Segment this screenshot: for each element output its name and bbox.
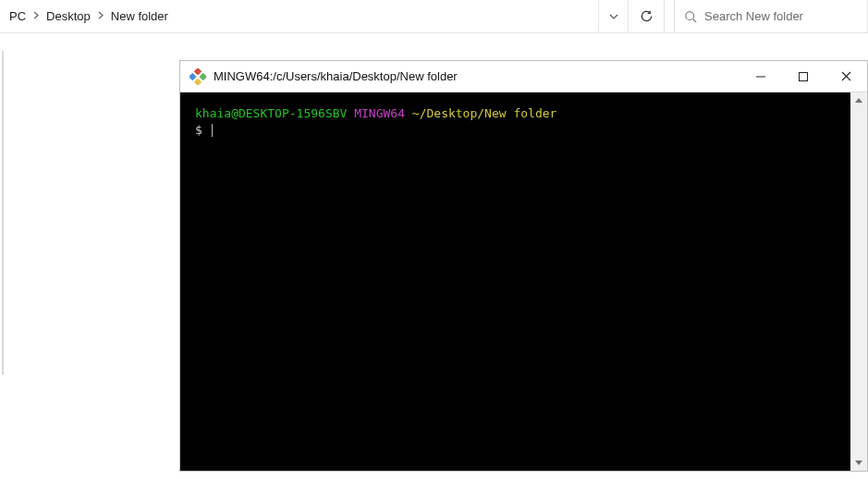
explorer-address-row: PC Desktop New folder Search New folder — [0, 0, 868, 33]
window-controls — [740, 61, 867, 92]
svg-rect-2 — [194, 68, 202, 76]
breadcrumb-item[interactable]: Desktop — [41, 0, 96, 32]
svg-line-1 — [693, 18, 697, 22]
terminal-scrollbar[interactable] — [850, 92, 867, 471]
svg-rect-3 — [199, 72, 206, 80]
minimize-icon — [756, 72, 765, 81]
breadcrumb-item[interactable]: New folder — [105, 0, 174, 32]
maximize-icon — [799, 72, 808, 81]
terminal-titlebar[interactable]: MINGW64:/c/Users/khaia/Desktop/New folde… — [180, 61, 867, 92]
terminal-title: MINGW64:/c/Users/khaia/Desktop/New folde… — [214, 69, 740, 83]
mingw-icon — [189, 68, 206, 85]
svg-rect-7 — [800, 72, 808, 80]
chevron-right-icon — [31, 11, 41, 21]
prompt-env: MINGW64 — [354, 106, 405, 120]
breadcrumb[interactable]: PC Desktop New folder — [0, 0, 598, 32]
chevron-right-icon — [96, 11, 105, 21]
refresh-button[interactable] — [628, 0, 665, 32]
terminal-cursor — [212, 124, 213, 137]
search-input[interactable]: Search New folder — [674, 0, 868, 32]
refresh-icon — [640, 9, 654, 23]
address-dropdown-button[interactable] — [598, 0, 628, 32]
maximize-button[interactable] — [782, 61, 825, 92]
terminal-window: MINGW64:/c/Users/khaia/Desktop/New folde… — [179, 60, 868, 472]
pane-divider[interactable] — [2, 51, 4, 375]
prompt-path: ~/Desktop/New folder — [412, 106, 557, 120]
svg-rect-5 — [194, 78, 202, 85]
svg-rect-4 — [189, 72, 197, 80]
prompt-user-host: khaia@DESKTOP-1596SBV — [195, 106, 347, 120]
terminal-prompt-line: khaia@DESKTOP-1596SBV MINGW64 ~/Desktop/… — [195, 105, 836, 122]
search-icon — [684, 10, 697, 23]
breadcrumb-item[interactable]: PC — [4, 0, 31, 32]
search-placeholder: Search New folder — [704, 9, 803, 23]
svg-point-0 — [686, 11, 694, 19]
close-icon — [841, 71, 851, 81]
prompt-symbol: $ — [195, 123, 202, 137]
scroll-down-button[interactable] — [850, 455, 867, 471]
minimize-button[interactable] — [740, 61, 782, 92]
terminal-input-line[interactable]: $ — [195, 122, 836, 139]
terminal-body[interactable]: khaia@DESKTOP-1596SBV MINGW64 ~/Desktop/… — [180, 92, 850, 471]
scroll-up-button[interactable] — [850, 92, 867, 108]
close-button[interactable] — [825, 61, 867, 92]
